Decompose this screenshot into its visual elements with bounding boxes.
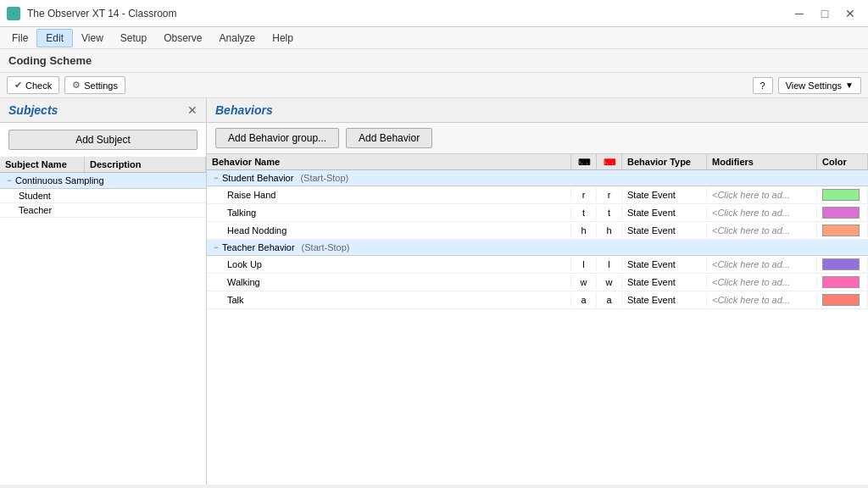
subject-group-row[interactable]: － Continuous Sampling (0, 173, 206, 189)
behavior-row-look-up[interactable]: Look Up l l State Event <Click here to a… (207, 256, 868, 274)
behavior-color-talking[interactable] (817, 205, 868, 220)
check-button[interactable]: ✔ Check (7, 76, 59, 94)
subject-row-student[interactable]: Student (0, 189, 206, 203)
key2-icon: ⌨ (604, 158, 615, 167)
behavior-key1-talking: t (571, 206, 597, 219)
settings-button[interactable]: ⚙ Settings (64, 76, 125, 94)
color-swatch-head-nodding (822, 225, 860, 236)
behavior-modifier-talking[interactable]: <Click here to ad... (707, 206, 817, 219)
behavior-key2-head-nodding: h (597, 224, 622, 237)
menu-file[interactable]: File (3, 30, 36, 47)
subject-table-header: Subject Name Description (0, 157, 206, 173)
behaviors-panel-title: Behaviors (215, 103, 273, 117)
subjects-panel-header: Subjects ✕ (0, 98, 206, 123)
expand-icon: － (3, 175, 15, 186)
toolbar: ✔ Check ⚙ Settings ? View Settings ▼ (0, 73, 868, 98)
menu-setup[interactable]: Setup (112, 30, 155, 47)
behavior-key1-talk: a (571, 293, 597, 307)
coding-scheme-label: Coding Scheme (8, 54, 92, 67)
subjects-panel-close[interactable]: ✕ (187, 103, 198, 117)
behavior-type-walking: State Event (622, 275, 707, 289)
behavior-name-talking: Talking (207, 206, 571, 219)
subjects-panel: Subjects ✕ Add Subject Subject Name Desc… (0, 98, 207, 485)
behavior-key1-walking: w (571, 275, 597, 289)
behavior-key1-head-nodding: h (571, 224, 597, 237)
behavior-row-talking[interactable]: Talking t t State Event <Click here to a… (207, 204, 868, 222)
behavior-modifier-raise-hand[interactable]: <Click here to ad... (707, 188, 817, 202)
behavior-key2-col-header: ⌨ (597, 154, 622, 169)
behavior-row-talk[interactable]: Talk a a State Event <Click here to ad..… (207, 291, 868, 309)
settings-icon: ⚙ (72, 80, 81, 91)
behavior-name-col-header: Behavior Name (207, 154, 571, 169)
behavior-modifiers-col-header: Modifiers (707, 154, 817, 169)
window-title: The Observer XT 14 - Classroom (27, 8, 177, 19)
behavior-type-look-up: State Event (622, 258, 707, 271)
teacher-group-expand-icon: － (210, 241, 222, 253)
behaviors-toolbar: Add Behavior group... Add Behavior (207, 123, 868, 154)
student-group-expand-icon: － (210, 172, 222, 184)
menu-view[interactable]: View (73, 30, 112, 47)
behavior-color-head-nodding[interactable] (817, 223, 868, 238)
menu-observe[interactable]: Observe (155, 30, 210, 47)
behavior-name-talk: Talk (207, 293, 571, 307)
subject-name-student: Student (19, 191, 51, 201)
behaviors-table: Behavior Name ⌨ ⌨ Behavior Type Modifier… (207, 154, 868, 485)
behavior-color-walking[interactable] (817, 274, 868, 290)
behavior-modifier-talk[interactable]: <Click here to ad... (707, 293, 817, 307)
color-swatch-talk (822, 294, 860, 306)
behavior-modifier-look-up[interactable]: <Click here to ad... (707, 258, 817, 271)
teacher-behavior-group-row[interactable]: － Teacher Behavior (Start-Stop) (207, 240, 868, 256)
menu-bar: File Edit View Setup Observe Analyze Hel… (0, 27, 868, 49)
behavior-color-col-header: Color (817, 154, 868, 169)
behavior-name-walking: Walking (207, 275, 571, 289)
behavior-row-walking[interactable]: Walking w w State Event <Click here to a… (207, 274, 868, 291)
behavior-modifier-head-nodding[interactable]: <Click here to ad... (707, 224, 817, 237)
check-label: Check (25, 80, 52, 91)
behavior-key2-talking: t (597, 206, 622, 219)
subject-name-teacher: Teacher (19, 205, 52, 215)
color-swatch-look-up (822, 258, 860, 270)
subject-table: Subject Name Description － Continuous Sa… (0, 157, 206, 485)
help-icon-button[interactable]: ? (753, 77, 773, 94)
behavior-color-talk[interactable] (817, 292, 868, 308)
behavior-key2-raise-hand: r (597, 188, 622, 202)
color-swatch-walking (822, 276, 860, 288)
menu-edit[interactable]: Edit (36, 29, 73, 47)
title-bar: The Observer XT 14 - Classroom ─ □ ✕ (0, 0, 868, 27)
key1-icon: ⌨ (578, 158, 590, 167)
behavior-type-talking: State Event (622, 206, 707, 219)
check-icon: ✔ (14, 80, 22, 91)
menu-help[interactable]: Help (264, 30, 302, 47)
student-group-name: Student Behavior (222, 173, 293, 183)
behavior-row-head-nodding[interactable]: Head Nodding h h State Event <Click here… (207, 222, 868, 240)
teacher-group-type: (Start-Stop) (302, 242, 350, 252)
add-behavior-button[interactable]: Add Behavior (346, 128, 432, 148)
behavior-name-raise-hand: Raise Hand (207, 188, 571, 202)
settings-label: Settings (84, 80, 118, 91)
chevron-down-icon: ▼ (845, 80, 854, 90)
behaviors-panel-header: Behaviors (207, 98, 868, 123)
view-settings-button[interactable]: View Settings ▼ (778, 77, 861, 94)
behavior-color-raise-hand[interactable] (817, 187, 868, 202)
add-behavior-group-button[interactable]: Add Behavior group... (215, 128, 339, 148)
behavior-row-raise-hand[interactable]: Raise Hand r r State Event <Click here t… (207, 186, 868, 204)
student-group-type: (Start-Stop) (300, 173, 348, 183)
help-icon: ? (760, 80, 765, 91)
close-button[interactable]: ✕ (839, 5, 861, 22)
subject-row-teacher[interactable]: Teacher (0, 203, 206, 218)
add-subject-button[interactable]: Add Subject (8, 130, 198, 150)
behavior-type-raise-hand: State Event (622, 188, 707, 202)
behavior-color-look-up[interactable] (817, 257, 868, 272)
minimize-button[interactable]: ─ (788, 5, 810, 22)
subject-desc-column-header: Description (85, 157, 206, 172)
behavior-type-talk: State Event (622, 293, 707, 307)
behavior-key2-talk: a (597, 293, 622, 307)
teacher-group-name: Teacher Behavior (222, 242, 295, 252)
menu-analyze[interactable]: Analyze (211, 30, 264, 47)
student-behavior-group-row[interactable]: － Student Behavior (Start-Stop) (207, 170, 868, 186)
toolbar-right: ? View Settings ▼ (753, 77, 861, 94)
maximize-button[interactable]: □ (814, 5, 836, 22)
behavior-modifier-walking[interactable]: <Click here to ad... (707, 275, 817, 289)
behaviors-table-header: Behavior Name ⌨ ⌨ Behavior Type Modifier… (207, 154, 868, 170)
behaviors-panel: Behaviors Add Behavior group... Add Beha… (207, 98, 868, 485)
